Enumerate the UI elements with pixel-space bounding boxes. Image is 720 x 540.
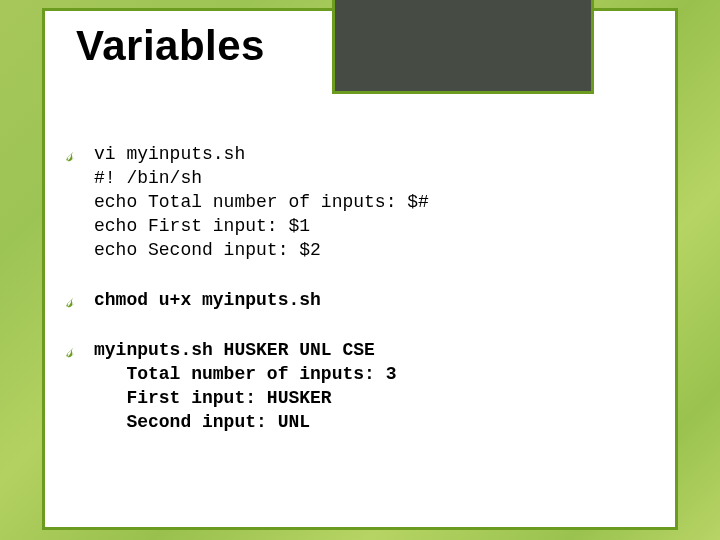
slide-title: Variables bbox=[76, 22, 265, 70]
code-block: vi myinputs.sh #! /bin/sh echo Total num… bbox=[94, 142, 656, 262]
bullet-list: 𝓈 vi myinputs.sh #! /bin/sh echo Total n… bbox=[66, 142, 656, 460]
code-block: chmod u+x myinputs.sh bbox=[94, 288, 656, 312]
code-line: Second input: UNL bbox=[94, 412, 310, 432]
code-line: vi myinputs.sh bbox=[94, 144, 245, 164]
code-line: echo First input: $1 bbox=[94, 216, 310, 236]
code-line: Total number of inputs: 3 bbox=[94, 364, 396, 384]
code-line: myinputs.sh HUSKER UNL CSE bbox=[94, 340, 375, 360]
bullet-marker-icon: 𝓈 bbox=[66, 142, 94, 166]
bullet-marker-icon: 𝓈 bbox=[66, 338, 94, 362]
code-line: echo Total number of inputs: $# bbox=[94, 192, 429, 212]
bullet-item: 𝓈 chmod u+x myinputs.sh bbox=[66, 288, 656, 312]
code-line: echo Second input: $2 bbox=[94, 240, 321, 260]
bullet-marker-icon: 𝓈 bbox=[66, 288, 94, 312]
accent-box bbox=[332, 0, 594, 94]
code-line: #! /bin/sh bbox=[94, 168, 202, 188]
slide-background: Variables 𝓈 vi myinputs.sh #! /bin/sh ec… bbox=[0, 0, 720, 540]
code-block: myinputs.sh HUSKER UNL CSE Total number … bbox=[94, 338, 656, 434]
bullet-item: 𝓈 myinputs.sh HUSKER UNL CSE Total numbe… bbox=[66, 338, 656, 434]
code-line: chmod u+x myinputs.sh bbox=[94, 290, 321, 310]
code-line: First input: HUSKER bbox=[94, 388, 332, 408]
bullet-item: 𝓈 vi myinputs.sh #! /bin/sh echo Total n… bbox=[66, 142, 656, 262]
